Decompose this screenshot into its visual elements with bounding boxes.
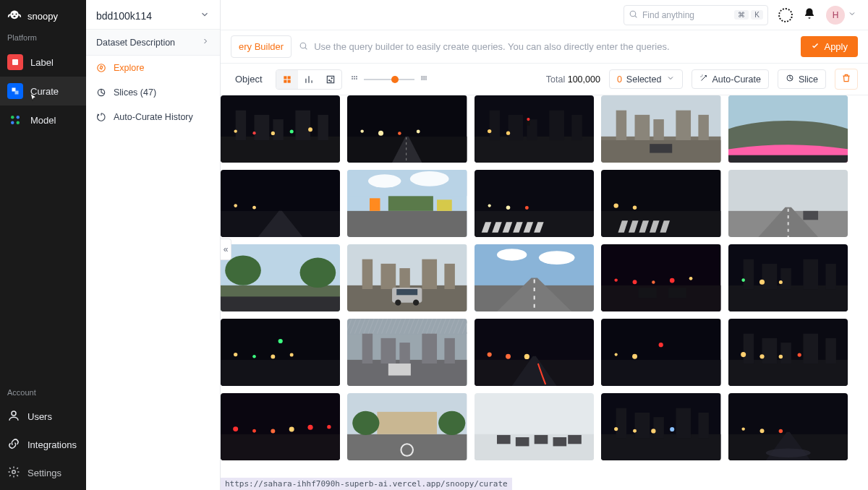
svg-rect-155 <box>803 259 818 289</box>
svg-point-232 <box>307 425 312 430</box>
slider-track[interactable] <box>364 79 414 80</box>
sidebar-item-label[interactable]: Label <box>0 48 86 77</box>
svg-rect-110 <box>601 211 720 237</box>
view-grid-button[interactable] <box>276 70 298 89</box>
browser-status-url: https://sahara-ihhf7090h-superb-ai.verce… <box>221 478 512 490</box>
account-item-users[interactable]: Users <box>0 403 86 431</box>
delete-button[interactable] <box>835 69 858 90</box>
svg-point-212 <box>659 343 663 347</box>
search-input[interactable]: Find anything ⌘ K <box>624 5 768 25</box>
image-thumbnail[interactable] <box>347 244 467 311</box>
image-thumbnail[interactable] <box>347 170 467 237</box>
dataset-selector[interactable]: bdd100k114 <box>86 0 220 29</box>
svg-rect-249 <box>601 434 720 460</box>
image-thumbnail[interactable] <box>728 170 848 237</box>
account-item-settings[interactable]: Settings <box>0 459 86 487</box>
image-thumbnail[interactable] <box>221 170 340 237</box>
svg-rect-36 <box>422 77 423 78</box>
image-thumbnail[interactable] <box>601 319 720 386</box>
apply-button[interactable]: Apply <box>801 36 858 57</box>
selected-dropdown[interactable]: 0 Selected <box>609 69 683 89</box>
account-item-integrations[interactable]: Integrations <box>0 431 86 459</box>
svg-rect-227 <box>221 434 340 460</box>
sidebar-item-model[interactable]: Model <box>0 106 86 134</box>
image-grid[interactable] <box>221 95 868 490</box>
svg-rect-153 <box>762 264 777 289</box>
panel-item-text: Slices (47) <box>114 87 156 98</box>
svg-point-158 <box>760 280 765 285</box>
svg-point-157 <box>741 278 745 282</box>
image-thumbnail[interactable] <box>601 244 720 311</box>
svg-point-144 <box>633 280 637 284</box>
query-row: ery Builder Use the query builder to eas… <box>221 30 868 64</box>
sidebar-item-curate[interactable]: Curate <box>0 77 86 106</box>
svg-point-116 <box>614 203 618 207</box>
panel-item-explore[interactable]: Explore <box>86 56 220 80</box>
panel-item-slices[interactable]: Slices (47) <box>86 80 220 105</box>
image-thumbnail[interactable] <box>475 170 594 237</box>
svg-point-96 <box>368 174 401 188</box>
svg-point-16 <box>300 43 306 48</box>
image-thumbnail[interactable] <box>347 393 467 460</box>
svg-rect-132 <box>445 264 455 289</box>
svg-rect-64 <box>489 111 499 140</box>
image-thumbnail[interactable] <box>601 95 720 163</box>
image-thumbnail[interactable] <box>475 244 594 311</box>
svg-point-13 <box>98 64 106 72</box>
image-thumbnail[interactable] <box>347 95 467 163</box>
svg-point-1 <box>12 14 14 15</box>
thumbnail-size-slider[interactable] <box>351 74 427 85</box>
collapse-panel-button[interactable]: « <box>221 238 231 260</box>
svg-point-72 <box>506 132 510 135</box>
dataset-description-toggle[interactable]: Dataset Description <box>86 29 220 56</box>
search-icon <box>629 9 638 21</box>
svg-rect-142 <box>601 285 720 311</box>
image-thumbnail[interactable] <box>601 170 720 237</box>
brand-header: snoopy <box>0 0 86 30</box>
svg-point-23 <box>331 77 332 78</box>
image-thumbnail[interactable] <box>221 319 340 386</box>
svg-rect-125 <box>221 296 340 311</box>
grid-large-icon <box>420 74 427 85</box>
query-builder-button[interactable]: ery Builder <box>231 35 292 58</box>
svg-point-165 <box>271 355 275 359</box>
slice-button[interactable]: Slice <box>778 69 826 89</box>
view-chart-button[interactable] <box>298 70 320 89</box>
svg-point-231 <box>289 427 294 432</box>
svg-point-124 <box>300 258 336 288</box>
svg-rect-92 <box>370 198 380 211</box>
image-thumbnail[interactable] <box>221 244 340 311</box>
image-thumbnail[interactable] <box>601 393 720 460</box>
image-thumbnail[interactable] <box>728 244 848 311</box>
view-scatter-button[interactable] <box>320 70 341 89</box>
topbar: Find anything ⌘ K H <box>221 0 868 30</box>
panel-item-auto-curate-history[interactable]: Auto-Curate History <box>86 105 220 129</box>
query-input[interactable]: Use the query builder to easily create q… <box>299 41 793 53</box>
svg-point-228 <box>233 426 238 431</box>
cursor-icon <box>29 93 39 105</box>
image-thumbnail[interactable] <box>728 319 848 386</box>
user-menu[interactable]: H <box>826 6 856 25</box>
image-thumbnail[interactable] <box>475 393 594 460</box>
account-item-text: Settings <box>27 468 61 478</box>
image-thumbnail[interactable] <box>475 319 594 386</box>
svg-point-7 <box>11 116 14 119</box>
tab-object[interactable]: Object <box>231 74 267 85</box>
image-thumbnail[interactable] <box>221 393 340 460</box>
apply-text: Apply <box>824 41 848 52</box>
image-thumbnail[interactable] <box>728 393 848 460</box>
auto-curate-button[interactable]: Auto-Curate <box>692 69 769 89</box>
svg-point-147 <box>689 277 693 280</box>
notifications-button[interactable] <box>803 7 816 22</box>
image-thumbnail[interactable] <box>475 95 594 163</box>
svg-rect-38 <box>425 77 426 78</box>
image-thumbnail[interactable] <box>221 95 340 163</box>
svg-rect-221 <box>825 338 835 364</box>
image-thumbnail[interactable] <box>728 95 848 163</box>
slider-thumb[interactable] <box>391 76 399 83</box>
svg-rect-19 <box>284 79 286 82</box>
svg-point-8 <box>17 116 20 119</box>
image-thumbnail[interactable] <box>347 319 467 386</box>
svg-rect-75 <box>616 111 626 140</box>
sidebar-section-platform: Platform <box>0 30 86 48</box>
